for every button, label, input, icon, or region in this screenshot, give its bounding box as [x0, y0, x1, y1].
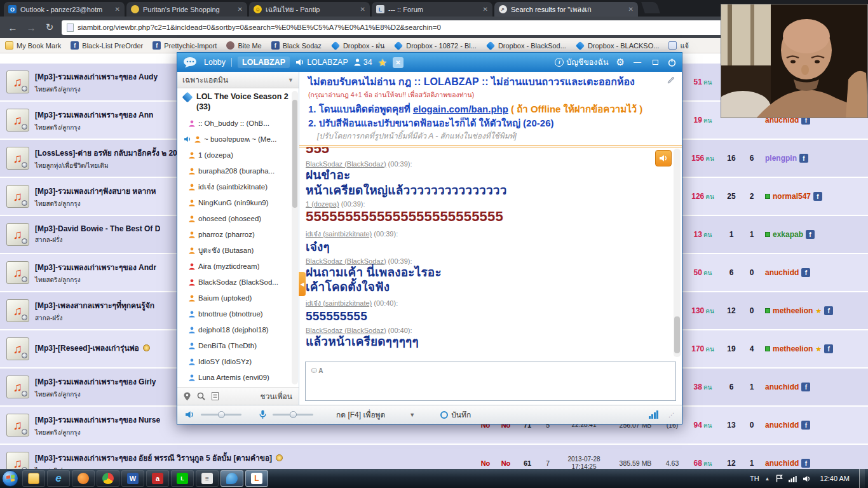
taskbar-app-button[interactable]: W [121, 470, 144, 487]
user-list-item[interactable]: Baium (uptoked) [182, 290, 290, 306]
language-indicator[interactable]: TH [750, 475, 759, 482]
ptt-dropdown-icon[interactable]: ▼ [409, 412, 415, 418]
mic-slider[interactable] [273, 414, 313, 416]
music-category-icon[interactable]: ♫ [6, 223, 29, 246]
room-sound-button[interactable] [655, 150, 672, 166]
location-pin-icon[interactable] [184, 392, 191, 401]
user-list-item[interactable]: Aira (myzticdream) [182, 259, 290, 274]
message-author[interactable]: BlackSodaz (BlackSodaz) (00:39): [306, 160, 669, 168]
webcam-video[interactable] [721, 4, 868, 118]
message-author[interactable]: idเจ๋ง (saintbizkitnate) (00:39): [306, 228, 669, 240]
torrent-title-link[interactable]: [Mp3]-รวมเพลงเก่าเพราะๆของ Andr [35, 261, 156, 273]
url-text[interactable]: siambit.org/viewbr.php?c2=1&incldead=0&s… [78, 24, 441, 31]
room-item[interactable]: LOL The Voice Season 2 (33) [182, 92, 290, 112]
message-input[interactable]: ☺A [305, 362, 676, 401]
settings-gear-icon[interactable]: ⚙ [616, 57, 625, 68]
edit-topic-icon[interactable] [667, 76, 675, 87]
my-account-button[interactable]: i บัญชีของฉัน [555, 56, 608, 69]
tab-close-icon[interactable]: ✕ [628, 6, 634, 13]
taskbar-app-button[interactable] [22, 470, 45, 487]
music-category-icon[interactable]: ♫ [6, 337, 29, 360]
tab-close-icon[interactable]: ✕ [360, 6, 365, 13]
user-list-item[interactable]: ~ buoəlɐpuɐʍ ~ (Me... [182, 132, 290, 147]
uploader-link[interactable]: anuchidd [765, 421, 799, 430]
torrent-title-link[interactable]: [Mp3]-[Reseed]-เพลงเก่ารุ่นพ่อ [35, 342, 139, 354]
bookmark-item[interactable]: Dropbox - ฝน [331, 40, 384, 51]
music-category-icon[interactable]: ♫ [6, 109, 29, 132]
resize-grip[interactable]: ⋰ [668, 412, 674, 418]
music-category-icon[interactable]: ♫ [6, 71, 29, 93]
user-list-item[interactable]: 1 (dozepa) [182, 147, 290, 163]
facebook-icon[interactable]: f [824, 344, 833, 353]
uploader-link[interactable]: anuchidd [765, 268, 799, 277]
taskbar-app-button[interactable] [220, 470, 243, 487]
facebook-icon[interactable]: f [806, 230, 815, 239]
push-to-talk-label[interactable]: กด [F4] เพื่อพูด [336, 409, 385, 421]
browser-tab[interactable]: L --- :: Forum ✕ [372, 2, 492, 17]
torrent-title-link[interactable]: [LossLess]-ต่าย อรทัย กลับมาอีกครั้ง ๒ 2… [35, 147, 186, 159]
bookmark-item[interactable]: Dropbox - 10872 - Bl... [394, 42, 477, 50]
tab-room-lolabzap[interactable]: LOLABZAP [238, 57, 290, 68]
facebook-icon[interactable]: f [824, 306, 833, 315]
user-list-item[interactable]: dejphol18 (dejphol18) [182, 322, 290, 338]
room-audio-indicator[interactable]: LOLABZAP [295, 58, 348, 67]
back-button[interactable]: ← [6, 22, 19, 33]
torrent-title-link[interactable]: [Mp3]-เพลงสากลเพราะๆที่ทุกคนรู้จัก [35, 299, 154, 311]
record-button[interactable]: บันทึก [440, 409, 471, 421]
facebook-icon[interactable]: f [801, 459, 810, 468]
music-category-icon[interactable]: ♫ [6, 414, 29, 437]
torrent-title-link[interactable]: [Mp3]-รวมเพลงเก่าเพราะๆของ Audy [35, 71, 158, 83]
torrent-title-link[interactable]: [Mp3]-รวมเพลงเก่าเพราะๆของ Nurse [35, 414, 160, 426]
bookmark-item[interactable]: f Black Sodaz [271, 41, 322, 50]
tab-close-icon[interactable]: ✕ [115, 6, 120, 13]
chat-titlebar[interactable]: Lobby LOLABZAP LOLABZAP 34 ★ ✕ i บัญชีขอ… [177, 53, 682, 72]
taskbar-app-button[interactable]: ≡ [196, 470, 219, 487]
browser-tab[interactable]: ☺ เฉลิมไทย - Pantip ✕ [249, 2, 370, 17]
facebook-icon[interactable]: f [801, 268, 810, 277]
message-author[interactable]: 1 (dozepa) (00:39): [306, 200, 669, 208]
uploader-link[interactable]: normal547 [773, 192, 811, 201]
uploader-link[interactable]: metheelion [773, 306, 813, 315]
speaker-volume-icon[interactable] [185, 410, 194, 419]
message-author[interactable]: idเจ๋ง (saintbizkitnate) (00:40): [306, 297, 669, 309]
microphone-icon[interactable] [259, 410, 266, 419]
user-list-item[interactable]: บูตะชัง (Butasan) [182, 243, 290, 259]
maximize-button[interactable] [650, 58, 660, 67]
bookmark-item[interactable]: f Black-List PreOrder [71, 41, 143, 50]
forward-button[interactable]: → [25, 22, 37, 33]
userlist-scrollbar[interactable] [292, 91, 298, 384]
notes-icon[interactable] [212, 392, 219, 400]
volume-icon[interactable] [803, 475, 811, 482]
facebook-icon[interactable]: f [799, 154, 808, 163]
ban-page-link[interactable]: elogain.com/ban.php [413, 104, 508, 114]
music-category-icon[interactable]: ♫ [6, 376, 29, 398]
user-list-item[interactable]: idเจ๋ง (saintbizkitnate) [182, 179, 290, 195]
admin-filter-dropdown[interactable]: เฉพาะแอดมิน ▼ [177, 72, 299, 88]
bookmark-item[interactable]: แจ้ [668, 40, 689, 51]
bookmark-item[interactable]: My Book Mark [5, 41, 61, 50]
torrent-title-link[interactable]: [Mp3]-David Bowie - The Best Of D [35, 224, 160, 233]
hidden-icons-chevron[interactable]: ▲ [765, 476, 770, 482]
user-list-item[interactable]: burapha208 (burapha... [182, 163, 290, 179]
message-author[interactable]: BlackSodaz (BlackSodaz) (00:39): [306, 257, 669, 265]
favorite-star-icon[interactable]: ★ [378, 57, 387, 69]
message-author[interactable]: BlackSodaz (BlackSodaz) (00:40): [306, 327, 669, 334]
invite-friends-button[interactable]: ชวนเพื่อน [260, 390, 292, 402]
user-list-item[interactable]: ohoseed (ohoseed) [182, 211, 290, 227]
show-desktop-button[interactable] [859, 469, 865, 488]
user-list-item[interactable]: btnottrue (btnottrue) [182, 306, 290, 322]
bookmark-item[interactable]: Dropbox - BlackSod... [486, 42, 566, 50]
taskbar-app-button[interactable] [72, 470, 95, 487]
bookmark-item[interactable]: Dropbox - BLACKSO... [576, 42, 660, 50]
emoticon-font-button[interactable]: ☺A [309, 365, 323, 375]
tab-lobby[interactable]: Lobby [204, 58, 226, 67]
user-list-item[interactable]: Luna Artemis (envi09) [182, 370, 290, 386]
sidebar-collapse-handle[interactable]: ◀ [299, 272, 306, 296]
music-category-icon[interactable]: ♫ [6, 147, 29, 170]
taskbar-clock[interactable]: 12:40 AM [817, 475, 853, 482]
uploader-link[interactable]: anuchidd [765, 459, 799, 468]
room-close-button[interactable]: ✕ [393, 57, 403, 68]
user-list-item[interactable]: NingKunG (nin9kun9) [182, 195, 290, 211]
music-category-icon[interactable]: ♫ [6, 185, 29, 208]
torrent-title-link[interactable]: [Mp3]-รวมเพลงเก่าเพราะๆของ Ann [35, 109, 153, 121]
